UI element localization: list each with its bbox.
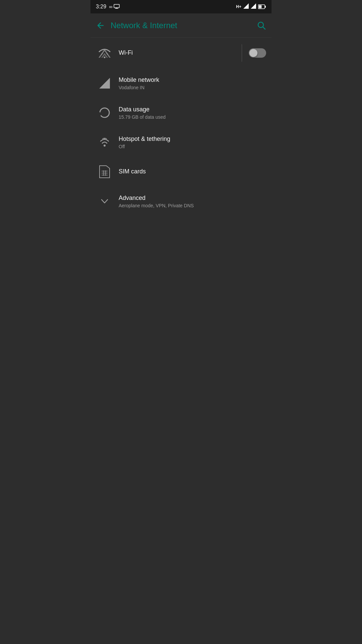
mobile-network-item[interactable]: Mobile network Vodafone IN	[90, 68, 272, 98]
network-type-icon: H+	[236, 4, 241, 9]
wifi-toggle[interactable]	[249, 48, 266, 58]
hotspot-item[interactable]: Hotspot & tethering Off	[90, 127, 272, 157]
mobile-network-subtitle: Vodafone IN	[119, 85, 266, 90]
back-button[interactable]	[96, 21, 105, 30]
hotspot-text: Hotspot & tethering Off	[113, 135, 266, 149]
svg-point-14	[104, 57, 106, 58]
chevron-down-icon	[96, 196, 113, 206]
wifi-toggle-container[interactable]	[245, 48, 266, 58]
wifi-icon	[96, 46, 113, 60]
data-usage-title: Data usage	[119, 106, 266, 113]
svg-rect-7	[265, 6, 266, 8]
hotspot-subtitle: Off	[119, 144, 266, 149]
data-usage-subtitle: 15.79 GB of data used	[119, 114, 266, 120]
svg-rect-0	[114, 4, 119, 8]
svg-line-9	[263, 27, 265, 29]
signal-strength-icon	[243, 3, 249, 10]
sim-cards-title: SIM cards	[119, 168, 266, 175]
battery-icon	[258, 4, 266, 9]
status-extra-icons: ∞	[109, 4, 120, 10]
wifi-title: Wi-Fi	[119, 49, 240, 57]
wifi-item[interactable]: Wi-Fi	[90, 38, 272, 68]
status-left: 3:29 ∞	[96, 4, 120, 10]
sim-cards-item[interactable]: SIM cards	[90, 157, 272, 186]
advanced-subtitle: Aeroplane mode, VPN, Private DNS	[119, 203, 266, 208]
svg-marker-3	[243, 3, 249, 9]
wifi-toggle-thumb	[249, 49, 257, 57]
svg-point-18	[104, 145, 106, 147]
status-bar: 3:29 ∞ H+	[90, 0, 272, 13]
status-right: H+	[236, 3, 266, 10]
signal-icon	[96, 77, 113, 89]
sim-cards-text: SIM cards	[113, 168, 266, 175]
data-usage-text: Data usage 15.79 GB of data used	[113, 106, 266, 120]
svg-point-16	[100, 108, 109, 117]
settings-menu: Wi-Fi Mobile network Vodafone IN	[90, 38, 272, 216]
advanced-title: Advanced	[119, 194, 266, 202]
search-button[interactable]	[257, 21, 266, 30]
header: Network & Internet	[90, 13, 272, 38]
screencast-icon	[114, 4, 120, 10]
mobile-network-text: Mobile network Vodafone IN	[113, 76, 266, 90]
hotspot-title: Hotspot & tethering	[119, 135, 266, 143]
mobile-network-title: Mobile network	[119, 76, 266, 84]
wifi-text: Wi-Fi	[113, 49, 240, 57]
infinity-icon: ∞	[109, 4, 112, 9]
svg-marker-15	[99, 78, 110, 89]
hotspot-icon	[96, 136, 113, 148]
data-usage-item[interactable]: Data usage 15.79 GB of data used	[90, 98, 272, 127]
wifi-divider	[242, 44, 242, 62]
svg-point-17	[101, 109, 108, 116]
svg-marker-4	[251, 3, 256, 9]
page-title: Network & Internet	[111, 21, 257, 30]
advanced-item[interactable]: Advanced Aeroplane mode, VPN, Private DN…	[90, 186, 272, 216]
advanced-text: Advanced Aeroplane mode, VPN, Private DN…	[113, 194, 266, 208]
svg-rect-6	[259, 5, 262, 8]
sim-icon	[96, 165, 113, 178]
data-usage-icon	[96, 107, 113, 119]
signal-strength-2-icon	[251, 3, 256, 10]
status-time: 3:29	[96, 4, 106, 10]
